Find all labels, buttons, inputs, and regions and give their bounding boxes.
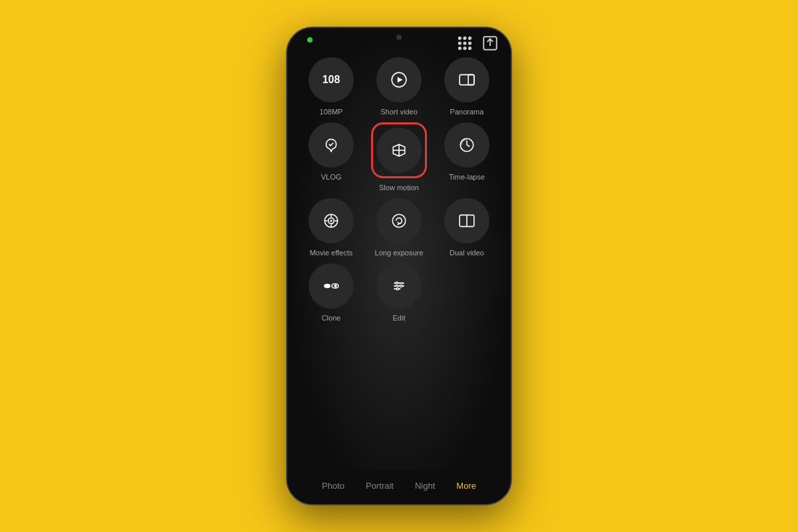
mode-label-short-video: Short video [380, 108, 418, 116]
led-indicator [307, 37, 313, 43]
front-camera [396, 35, 402, 40]
mode-icon-edit [376, 263, 422, 309]
svg-point-7 [464, 47, 466, 49]
svg-point-5 [469, 42, 471, 44]
svg-point-8 [469, 47, 471, 49]
top-icons [456, 35, 499, 55]
svg-point-6 [459, 47, 461, 49]
svg-rect-14 [468, 74, 474, 84]
svg-point-3 [459, 42, 461, 44]
phone-screen: 108 108MP Short video [287, 28, 511, 504]
mode-label-vlog: VLOG [321, 173, 342, 181]
mode-dual-video[interactable]: Dual video [436, 198, 497, 257]
nav-photo[interactable]: Photo [318, 478, 348, 493]
svg-point-30 [334, 285, 336, 287]
mode-label-dual-video: Dual video [450, 249, 484, 257]
mode-icon-108mp: 108 [309, 57, 354, 102]
mode-label-movie-effects: Movie effects [310, 249, 353, 257]
mode-icon-dual-video [444, 198, 489, 243]
mode-label-time-lapse: Time-lapse [449, 173, 485, 181]
svg-point-1 [464, 37, 466, 39]
mode-108mp[interactable]: 108 108MP [301, 57, 362, 116]
mode-icon-movie-effects [309, 198, 354, 243]
svg-point-34 [396, 282, 398, 284]
mode-icon-panorama [444, 57, 489, 102]
mode-icon-clone [309, 263, 354, 309]
mode-short-video[interactable]: Short video [368, 57, 430, 116]
mode-clone[interactable]: Clone [301, 263, 362, 322]
mode-icon-vlog [309, 122, 354, 168]
top-bar [287, 28, 511, 44]
mode-movie-effects[interactable]: Movie effects [301, 198, 362, 257]
svg-rect-28 [324, 284, 331, 289]
phone-body: 108 108MP Short video [286, 27, 512, 505]
mode-label-long-exposure: Long exposure [375, 249, 424, 257]
mode-icon-time-lapse [444, 122, 489, 168]
bottom-nav: Photo Portrait Night More [287, 470, 511, 504]
nav-portrait[interactable]: Portrait [362, 478, 398, 493]
slow-motion-highlight [371, 122, 427, 178]
nav-more[interactable]: More [452, 478, 480, 493]
svg-point-25 [392, 214, 406, 227]
svg-point-2 [469, 37, 471, 39]
svg-point-4 [464, 42, 466, 44]
mode-edit[interactable]: Edit [368, 263, 430, 322]
mode-time-lapse[interactable]: Time-lapse [436, 122, 497, 192]
svg-marker-12 [398, 77, 403, 83]
grid-icon[interactable] [456, 35, 473, 55]
svg-rect-13 [460, 74, 474, 84]
mode-label-edit: Edit [393, 314, 406, 322]
mode-icon-slow-motion [376, 128, 422, 173]
mode-panorama[interactable]: Panorama [436, 57, 497, 116]
mode-label-panorama: Panorama [450, 108, 484, 116]
mode-slow-motion[interactable]: Slow motion [368, 122, 430, 192]
mode-label-108mp: 108MP [320, 108, 343, 116]
mode-vlog[interactable]: VLOG [301, 122, 362, 192]
mode-label-clone: Clone [322, 314, 341, 322]
share-icon[interactable] [481, 35, 499, 55]
svg-point-0 [459, 37, 461, 39]
phone-device: 108 108MP Short video [286, 27, 512, 505]
svg-point-35 [400, 285, 402, 287]
nav-night[interactable]: Night [411, 478, 439, 493]
mode-icon-short-video [376, 57, 422, 102]
svg-point-20 [330, 219, 332, 221]
mode-label-slow-motion: Slow motion [379, 184, 419, 192]
mode-long-exposure[interactable]: Long exposure [368, 198, 430, 257]
svg-point-36 [396, 288, 398, 290]
modes-grid: 108 108MP Short video [287, 44, 511, 470]
mode-icon-long-exposure [376, 198, 422, 243]
